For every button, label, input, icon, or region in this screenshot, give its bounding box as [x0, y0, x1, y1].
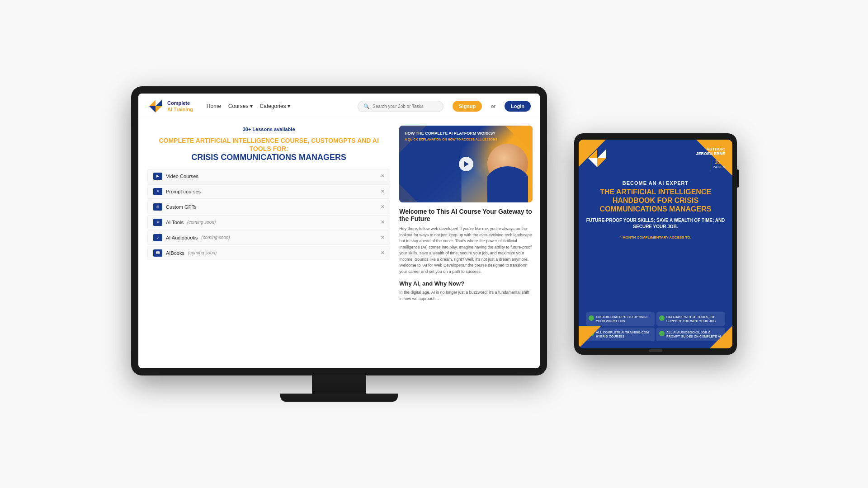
video-icon: ▶	[153, 173, 162, 180]
sidebar-item-gpt[interactable]: ⊞ Custom GPTs ✕	[147, 200, 390, 214]
svg-marker-11	[588, 158, 597, 167]
nav-links: Home Courses ▾ Categories ▾	[207, 103, 290, 109]
sidebar-item-audio[interactable]: ♪ AI Audiobooks (coming soon) ✕	[147, 230, 390, 245]
logo-complete: Complete	[167, 100, 193, 106]
monitor-stand	[312, 375, 366, 394]
tablet-logo-icon	[586, 147, 609, 169]
tablet-complimentary: 4 MONTH COMPLIMENTARY ACCESS TO:	[586, 235, 725, 239]
right-content: HOW THE COMPLETE AI PLATFORM WORKS? A QU…	[399, 119, 540, 368]
svg-marker-10	[597, 149, 606, 158]
signup-button[interactable]: Signup	[453, 101, 482, 112]
why-title: Why AI, and Why Now?	[399, 280, 533, 287]
monitor-screen: Complete AI Training Home Courses ▾ Cate…	[138, 94, 540, 368]
search-icon: 🔍	[363, 103, 370, 109]
section-body: Hey there, fellow web developer! If you'…	[399, 226, 533, 275]
nav-home[interactable]: Home	[207, 103, 221, 109]
tablet-wrapper: AUTHOR: JEROEN ERNÉ 300+ PAGES	[574, 133, 737, 355]
sidebar-items: ▶ Video Courses ✕ ≡ Prompt courses	[147, 169, 390, 260]
logo-training: Training	[174, 107, 193, 112]
website-body: 30+ Lessons available COMPLETE ARTIFICIA…	[138, 119, 540, 368]
main-text-content: Welcome to This AI Course Your Gateway t…	[399, 208, 533, 362]
check-icon-0	[589, 315, 594, 321]
tools-icon: ⚙	[153, 219, 162, 226]
presenter-photo	[487, 135, 528, 202]
books-icon: 📖	[153, 249, 162, 257]
logo: Complete AI Training	[147, 98, 193, 114]
svg-marker-12	[597, 158, 606, 167]
section-title: Welcome to This AI Course Your Gateway t…	[399, 208, 533, 222]
svg-marker-3	[156, 106, 162, 113]
hero-title-line2: CRISIS COMMUNICATIONS MANAGERS	[147, 153, 390, 163]
gpt-icon: ⊞	[153, 203, 162, 211]
scene: Complete AI Training Home Courses ▾ Cate…	[0, 0, 868, 488]
nav-categories[interactable]: Categories ▾	[260, 103, 290, 109]
video-play-button[interactable]	[459, 157, 473, 171]
tri-bottom-right	[710, 326, 732, 348]
hero-title-line1: COMPLETE ARTIFICIAL INTELLIGENCE COURSE,…	[147, 136, 390, 153]
check-icon-1	[659, 315, 665, 321]
monitor-base	[280, 394, 398, 402]
monitor-wrapper: Complete AI Training Home Courses ▾ Cate…	[131, 86, 547, 402]
logo-ai: AI	[167, 107, 172, 112]
video-thumbnail[interactable]: HOW THE COMPLETE AI PLATFORM WORKS? A QU…	[399, 126, 533, 202]
nav-courses[interactable]: Courses ▾	[228, 103, 253, 109]
login-button[interactable]: Login	[505, 101, 531, 112]
hero-panel: 30+ Lessons available COMPLETE ARTIFICIA…	[138, 119, 399, 368]
tablet: AUTHOR: JEROEN ERNÉ 300+ PAGES	[574, 133, 737, 355]
search-box[interactable]: 🔍	[358, 101, 443, 112]
tablet-logo-area: AUTHOR: JEROEN ERNÉ 300+ PAGES	[586, 147, 725, 171]
sidebar-item-tools[interactable]: ⚙ AI Tools (coming soon) ✕	[147, 215, 390, 230]
tablet-main-title: THE ARTIFICIAL INTELLIGENCE HANDBOOK FOR…	[586, 188, 725, 214]
tablet-home-button[interactable]	[649, 349, 662, 352]
navbar: Complete AI Training Home Courses ▾ Cate…	[138, 94, 540, 119]
logo-text: Complete AI Training	[167, 100, 193, 113]
tablet-bottom-decor	[579, 326, 732, 348]
monitor: Complete AI Training Home Courses ▾ Cate…	[131, 86, 547, 375]
svg-marker-9	[588, 149, 597, 158]
svg-marker-0	[149, 100, 156, 106]
video-text: HOW THE COMPLETE AI PLATFORM WORKS? A QU…	[405, 131, 497, 141]
tablet-screen: AUTHOR: JEROEN ERNÉ 300+ PAGES	[579, 140, 732, 348]
svg-marker-2	[149, 106, 156, 113]
prompt-icon: ≡	[153, 188, 162, 195]
lessons-badge: 30+ Lessons available	[147, 127, 390, 132]
tablet-become-label: BECOME AN AI EXPERT	[586, 180, 725, 186]
tablet-footer-item-0: CUSTOM CHATGPTS TO OPTIMIZE YOUR WORKFLO…	[586, 312, 655, 326]
tri-bottom-left	[579, 326, 601, 348]
tablet-footer-item-1: DATABASE WITH AI TOOLS, TO SUPPORT YOU W…	[656, 312, 725, 326]
audio-icon: ♪	[153, 234, 162, 241]
sidebar-item-video[interactable]: ▶ Video Courses ✕	[147, 169, 390, 183]
sidebar-item-books[interactable]: 📖 AIBooks (coming soon) ✕	[147, 246, 390, 260]
content-text: Welcome to This AI Course Your Gateway t…	[399, 208, 533, 362]
tablet-subtitle: FUTURE-PROOF YOUR SKILLS; SAVE A WEALTH …	[586, 217, 725, 230]
why-body: In the digital age, AI is no longer just…	[399, 290, 533, 302]
tablet-author: AUTHOR: JEROEN ERNÉ 300+ PAGES	[696, 147, 725, 171]
svg-marker-1	[156, 100, 162, 106]
hero-title: COMPLETE ARTIFICIAL INTELLIGENCE COURSE,…	[147, 136, 390, 163]
tablet-content: AUTHOR: JEROEN ERNÉ 300+ PAGES	[579, 140, 732, 348]
tablet-side-button	[737, 169, 739, 188]
search-input[interactable]	[373, 104, 438, 109]
sidebar-item-prompt[interactable]: ≡ Prompt courses ✕	[147, 184, 390, 199]
logo-icon	[147, 98, 164, 114]
nav-or-text: or	[491, 103, 495, 109]
